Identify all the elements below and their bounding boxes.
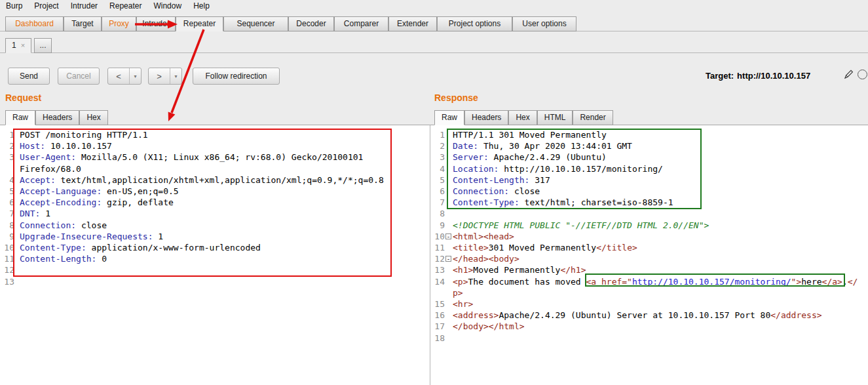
code-line: 8Connection: close [4,220,430,231]
main-tab-extender[interactable]: Extender [388,16,437,31]
main-tab-sequencer[interactable]: Sequencer [223,16,288,31]
cancel-button[interactable]: Cancel [58,68,100,85]
line-number: 18 [434,333,445,344]
code-line: 2Host: 10.10.10.157 [4,140,430,152]
edit-target-pencil-icon[interactable] [844,69,854,79]
code-text [20,276,419,287]
line-number: 2 [4,140,14,152]
history-back-label: < [108,71,129,81]
request-tab-headers[interactable]: Headers [35,110,79,125]
session-tab-1[interactable]: 1 × [5,38,31,53]
request-tab-raw[interactable]: Raw [5,110,35,125]
fold-gutter-spacer [445,163,453,174]
main-tab-proxy[interactable]: Proxy [102,16,136,31]
chevron-down-icon[interactable]: ▾ [170,68,181,84]
main-tab-comparer[interactable]: Comparer [334,16,388,31]
code-text: </head><body> [453,253,859,264]
code-text: <title>301 Moved Permanently</title> [453,242,859,253]
response-view-tabs: RawHeadersHexHTMLRender [434,110,613,125]
line-number: 7 [4,208,14,219]
code-line: 6Connection: close [434,186,868,197]
send-button[interactable]: Send [8,68,50,85]
main-tab-decoder[interactable]: Decoder [288,16,334,31]
menu-item-help[interactable]: Help [187,0,216,12]
close-tab-icon[interactable]: × [21,42,25,49]
follow-redirection-button[interactable]: Follow redirection [193,68,280,85]
fold-gutter-spacer [445,140,453,152]
fold-gutter-spacer [445,310,453,321]
fold-gutter-spacer [445,298,453,310]
code-line: 13 [4,276,430,287]
line-number: 17 [434,321,445,332]
code-text: Content-Length: 317 [453,174,859,186]
main-tab-dashboard[interactable]: Dashboard [5,16,64,31]
fold-gutter-spacer [445,174,453,186]
main-tab-target[interactable]: Target [64,16,102,31]
menu-item-repeater[interactable]: Repeater [104,0,147,12]
code-line: 3Server: Apache/2.4.29 (Ubuntu) [434,152,868,163]
line-number: 1 [4,129,14,140]
code-line: 14<p>The document has moved <a href="htt… [434,276,868,298]
code-line: 5Accept-Language: en-US,en;q=0.5 [4,186,430,197]
fold-gutter-spacer [445,276,453,298]
line-number: 6 [4,197,14,208]
code-text: Content-Type: text/html; charset=iso-885… [453,197,859,208]
code-text: <!DOCTYPE HTML PUBLIC "-//IETF//DTD HTML… [453,220,859,231]
line-number: 13 [4,276,14,287]
code-text: Accept: text/html,application/xhtml+xml,… [20,174,419,186]
code-text: <html><head> [453,231,859,242]
response-tab-raw[interactable]: Raw [434,110,464,125]
menu-bar: BurpProjectIntruderRepeaterWindowHelp [0,0,868,12]
code-text: DNT: 1 [20,208,419,219]
menu-item-burp[interactable]: Burp [0,0,28,12]
main-tab-intruder[interactable]: Intruder [136,16,176,31]
main-tab-user-options[interactable]: User options [512,16,576,31]
code-text: Accept-Language: en-US,en;q=0.5 [20,186,419,197]
main-tab-project-options[interactable]: Project options [437,16,512,31]
session-tab-more[interactable]: ... [34,38,52,53]
code-line: 13<h1>Moved Permanently</h1> [434,264,868,275]
fold-toggle-icon[interactable]: - [445,231,453,242]
history-forward-button[interactable]: > ▾ [148,68,182,85]
code-text: Content-Length: 0 [20,253,419,264]
response-editor[interactable]: 1HTTP/1.1 301 Moved Permanently2Date: Th… [430,125,868,385]
code-text: Content-Type: application/x-www-form-url… [20,242,419,253]
request-tab-hex[interactable]: Hex [79,110,107,125]
line-number: 7 [434,197,445,208]
code-line: 9Upgrade-Insecure-Requests: 1 [4,231,430,242]
menu-item-project[interactable]: Project [28,0,64,12]
code-text [20,264,419,275]
line-number: 9 [434,220,445,231]
fold-gutter-spacer [445,208,453,219]
menu-item-intruder[interactable]: Intruder [65,0,104,12]
code-line: 18 [434,333,868,344]
history-back-button[interactable]: < ▾ [107,68,142,85]
response-tab-headers[interactable]: Headers [464,110,508,125]
chevron-down-icon[interactable]: ▾ [129,68,141,84]
main-tab-repeater[interactable]: Repeater [176,16,223,31]
line-number: 11 [4,253,14,264]
fold-gutter-spacer [445,129,453,140]
code-line: 2Date: Thu, 30 Apr 2020 13:44:01 GMT [434,140,868,152]
code-line: 9<!DOCTYPE HTML PUBLIC "-//IETF//DTD HTM… [434,220,868,231]
code-text [453,208,859,219]
code-line: 4Accept: text/html,application/xhtml+xml… [4,174,430,186]
burp-suite-window: { "colors": { "accent_orange": "#e8710c"… [0,0,868,385]
line-number: 11 [434,242,445,253]
request-editor[interactable]: 1POST /monitoring HTTP/1.12Host: 10.10.1… [0,125,430,385]
request-view-tabs: RawHeadersHex [5,110,108,125]
fold-toggle-icon[interactable]: - [445,253,453,264]
fold-gutter-spacer [445,220,453,231]
response-tab-hex[interactable]: Hex [508,110,537,125]
help-icon[interactable] [858,70,867,79]
response-panel-title: Response [434,92,478,103]
menu-item-window[interactable]: Window [147,0,187,12]
response-tab-html[interactable]: HTML [537,110,573,125]
response-tab-render[interactable]: Render [573,110,613,125]
code-line: 12 [4,264,430,275]
line-number: 6 [434,186,445,197]
session-tab-label: 1 [12,39,16,52]
line-number: 9 [4,231,14,242]
target-value: http://10.10.10.157 [737,71,810,81]
target-bar: Target:http://10.10.10.157 [706,71,810,81]
